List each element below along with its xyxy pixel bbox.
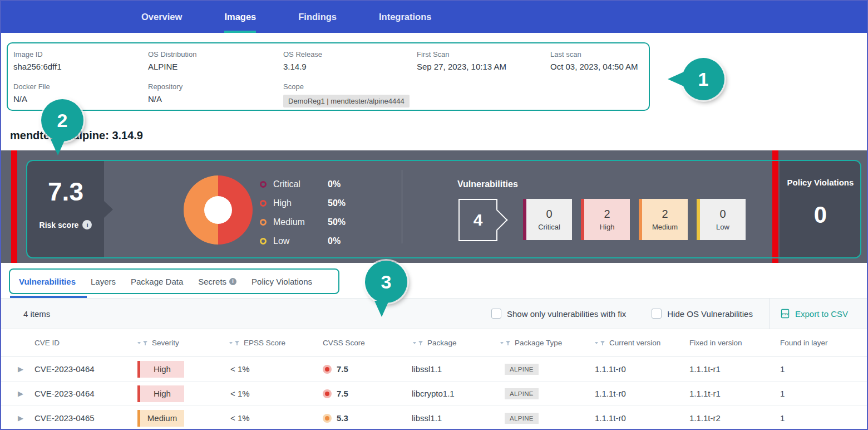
meta-value: Oct 03, 2023, 04:50 AM	[550, 62, 645, 71]
cell-package-type: ALPINE	[499, 413, 594, 424]
scope-badge: DemoReg1 | mendtester/alpine4444	[283, 95, 410, 108]
header-current-version: Current version	[594, 339, 689, 347]
meta-field-first-scan: First Scan Sep 27, 2023, 10:13 AM	[417, 50, 550, 74]
cell-package: libssl1.1	[412, 413, 499, 423]
severity-count: 0	[719, 208, 726, 221]
header-label: Fixed in version	[689, 339, 742, 347]
table-row: ▶ CVE-2023-0464 High < 1% 7.5 libcrypto1…	[1, 382, 867, 406]
policy-violations-box: Policy Violations 0	[780, 161, 861, 257]
cell-cve-id: CVE-2023-0465	[34, 413, 136, 423]
meta-value: 3.14.9	[283, 62, 417, 71]
cell-epss-score: < 1%	[228, 413, 323, 423]
medium-dot-icon	[260, 219, 267, 226]
meta-value: ALPINE	[148, 62, 283, 71]
header-label: Current version	[609, 339, 660, 347]
cvss-value: 7.5	[337, 389, 348, 398]
left-red-stripe	[11, 150, 17, 263]
header-epss-score: EPSS Score	[228, 339, 323, 347]
row-expand-icon[interactable]: ▶	[1, 414, 34, 422]
callout-tail-icon	[374, 301, 389, 317]
cell-package: libssl1.1	[412, 364, 499, 374]
filter-sort-icons[interactable]	[594, 340, 606, 346]
tab-layers[interactable]: Layers	[91, 277, 116, 286]
hide-os-checkbox[interactable]	[652, 309, 662, 319]
row-expand-icon[interactable]: ▶	[1, 365, 34, 373]
header-severity: Severity	[136, 339, 228, 347]
header-found-in-layer: Found in layer	[780, 339, 867, 347]
secrets-info-icon[interactable]: i	[229, 278, 236, 285]
severity-badge: Medium	[137, 410, 184, 427]
severity-label: Medium	[652, 223, 678, 231]
risk-score-info-icon[interactable]: i	[82, 220, 92, 229]
right-red-stripe	[772, 150, 778, 263]
callout-tail-icon	[668, 72, 684, 86]
policy-violations-title: Policy Violations	[787, 178, 854, 187]
row-expand-icon[interactable]: ▶	[1, 389, 34, 398]
meta-label: First Scan	[417, 50, 550, 58]
meta-field-repository: Repository N/A	[148, 82, 283, 110]
cell-cvss-score: 7.5	[323, 364, 412, 374]
image-metadata-panel: Image ID sha256:6dff1 OS Distribution AL…	[7, 42, 650, 111]
legend-item-low: Low 0%	[260, 232, 346, 251]
meta-label: Image ID	[13, 50, 148, 58]
risk-summary-band: 7.3 Risk score i Critical 0% High 50% Me…	[1, 150, 867, 263]
nav-tab-overview[interactable]: Overview	[141, 1, 182, 33]
legend-value: 50%	[328, 198, 346, 208]
header-cve-id: CVE ID	[34, 339, 136, 347]
filter-sort-icons[interactable]	[136, 340, 149, 346]
vulnerabilities-title: Vulnerabilities	[457, 179, 518, 189]
low-dot-icon	[260, 238, 267, 245]
package-type-badge: ALPINE	[505, 413, 539, 424]
export-to-csv-button[interactable]: CSV Export to CSV	[770, 299, 867, 329]
severity-legend: Critical 0% High 50% Medium 50% Low 0%	[260, 175, 346, 251]
tab-policy-violations[interactable]: Policy Violations	[251, 277, 312, 286]
header-package-type: Package Type	[499, 339, 594, 347]
filter-show-only-fix[interactable]: Show only vulnerabilities with fix	[491, 309, 626, 319]
meta-label: Docker File	[13, 82, 148, 91]
filter-sort-icons[interactable]	[499, 340, 511, 346]
cell-fixed-in-version: 1.1.1t-r2	[689, 413, 780, 423]
cell-epss-score: < 1%	[228, 389, 323, 398]
package-type-badge: ALPINE	[505, 364, 539, 375]
meta-field-scope: Scope DemoReg1 | mendtester/alpine4444	[283, 82, 417, 110]
cell-current-version: 1.1.1t-r0	[594, 364, 689, 374]
severity-count-medium: 2 Medium	[639, 199, 688, 240]
risk-score-text: Risk score	[40, 221, 79, 229]
tab-secrets[interactable]: Secrets i	[198, 277, 236, 286]
meta-label: Scope	[283, 82, 417, 91]
header-label: EPSS Score	[244, 339, 285, 347]
cell-fixed-in-version: 1.1.1t-r1	[689, 389, 780, 398]
cvss-severity-dot-icon	[323, 389, 332, 398]
svg-text:CSV: CSV	[782, 312, 788, 316]
nav-tab-findings[interactable]: Findings	[298, 1, 337, 33]
legend-item-medium: Medium 50%	[260, 213, 346, 232]
severity-count-critical: 0 Critical	[523, 199, 572, 240]
container-image-scan-page: Overview Images Findings Integrations Im…	[0, 0, 868, 430]
tab-package-data[interactable]: Package Data	[131, 277, 183, 286]
meta-label: OS Release	[283, 50, 417, 58]
risk-score-label: Risk score i	[40, 220, 92, 229]
cell-severity: High	[136, 361, 228, 378]
items-count: 4 items	[23, 309, 50, 319]
table-row: ▶ CVE-2023-0464 High < 1% 7.5 libssl1.1 …	[1, 357, 867, 382]
callout-number: 1	[698, 69, 709, 90]
show-fix-checkbox[interactable]	[491, 309, 501, 319]
cell-found-in-layer: 1	[780, 389, 867, 398]
annotation-callout-3: 3	[365, 261, 407, 303]
cvss-value: 7.5	[337, 364, 348, 374]
cell-current-version: 1.1.1t-r0	[594, 413, 689, 423]
cell-package-type: ALPINE	[499, 388, 594, 399]
filter-hide-os[interactable]: Hide OS Vulnerabilities	[652, 309, 753, 319]
meta-field-last-scan: Last scan Oct 03, 2023, 04:50 AM	[550, 50, 645, 74]
cell-found-in-layer: 1	[780, 413, 867, 423]
policy-violations-count: 0	[814, 202, 827, 228]
severity-badge: High	[137, 385, 184, 402]
nav-tab-integrations[interactable]: Integrations	[379, 1, 431, 33]
top-nav: Overview Images Findings Integrations	[1, 1, 867, 33]
cvss-severity-dot-icon	[323, 365, 332, 374]
filter-sort-icons[interactable]	[228, 340, 240, 346]
filter-sort-icons[interactable]	[412, 340, 424, 346]
tab-vulnerabilities[interactable]: Vulnerabilities	[19, 277, 76, 286]
tab-secrets-label: Secrets	[198, 277, 226, 286]
nav-tab-images[interactable]: Images	[224, 1, 256, 33]
